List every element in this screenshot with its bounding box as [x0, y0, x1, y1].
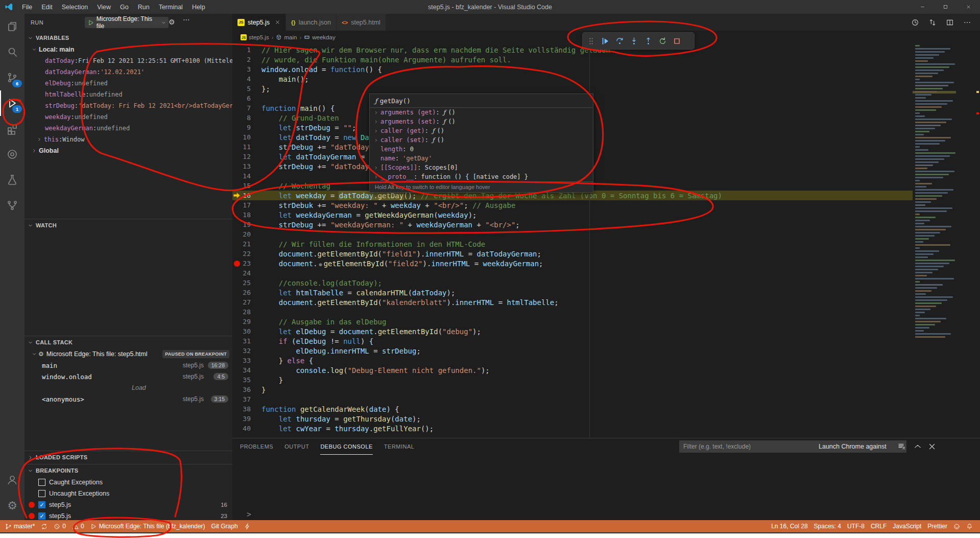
- launch-target-dropdown[interactable]: Launch Chrome against: [816, 440, 906, 453]
- gutter-glyph[interactable]: [232, 326, 242, 336]
- gutter-glyph[interactable]: [232, 404, 242, 414]
- hover-property-row[interactable]: caller (get): ƒ(): [370, 126, 593, 135]
- gutter-glyph[interactable]: [232, 113, 242, 123]
- gutter-glyph[interactable]: [232, 249, 242, 259]
- gutter-glyph[interactable]: [232, 123, 242, 132]
- hover-property-row[interactable]: arguments (set): ƒ(): [370, 117, 593, 126]
- loaded-scripts-header[interactable]: LOADED SCRIPTS: [25, 451, 232, 463]
- gutter-glyph[interactable]: [232, 132, 242, 142]
- start-debug-icon[interactable]: [88, 19, 94, 26]
- code-line[interactable]: 20: [232, 229, 913, 239]
- stack-frame-row[interactable]: <anonymous>step5.js3:15: [25, 393, 232, 405]
- menu-view[interactable]: View: [92, 0, 115, 14]
- gutter-glyph[interactable]: [232, 171, 242, 181]
- panel-tab-output[interactable]: OUTPUT: [284, 438, 309, 455]
- stack-frame-row[interactable]: window.onloadstep5.js4:5: [25, 371, 232, 382]
- panel-tab-problems[interactable]: PROBLEMS: [240, 438, 273, 455]
- step-out-button[interactable]: [641, 34, 655, 48]
- status-javascript[interactable]: JavaScript: [890, 520, 924, 532]
- close-tab-icon[interactable]: [275, 19, 280, 25]
- gutter-glyph[interactable]: [232, 346, 242, 356]
- gutter-glyph[interactable]: [232, 394, 242, 404]
- gutter-glyph[interactable]: [232, 239, 242, 249]
- code-line[interactable]: 3window.onload = function() {: [232, 64, 913, 74]
- variable-row[interactable]: strDebug: 'datToday: Fri Feb 12 2021<br/…: [25, 100, 232, 111]
- debug-settings-gear-icon[interactable]: ⚙: [169, 18, 175, 26]
- gutter-glyph[interactable]: [232, 288, 242, 297]
- gutter-glyph[interactable]: [232, 297, 242, 307]
- gutter-glyph[interactable]: [232, 200, 242, 210]
- gutter-glyph[interactable]: [232, 375, 242, 385]
- gutter-glyph[interactable]: [232, 55, 242, 64]
- code-line[interactable]: 35 }: [232, 375, 913, 385]
- gutter-glyph[interactable]: [232, 365, 242, 375]
- gutter-glyph[interactable]: [232, 84, 242, 93]
- status-crlf[interactable]: CRLF: [868, 520, 890, 532]
- code-line[interactable]: 37: [232, 394, 913, 404]
- call-stack-session[interactable]: ⚙Microsoft Edge: This file: step5.htmlPA…: [25, 348, 232, 360]
- debug-config-dropdown[interactable]: Microsoft Edge: This file: [85, 17, 169, 28]
- debug-console-filter-input[interactable]: [679, 440, 816, 453]
- gutter-glyph[interactable]: [232, 161, 242, 171]
- breakpoint-row[interactable]: Caught Exceptions: [25, 477, 232, 488]
- breakpoint-checkbox[interactable]: [38, 479, 45, 486]
- code-line[interactable]: 25 //console.log(datToday);: [232, 278, 913, 288]
- status-utf-8[interactable]: UTF-8: [844, 520, 868, 532]
- code-line[interactable]: 5};: [232, 84, 913, 93]
- status-spaces-4[interactable]: Spaces: 4: [811, 520, 844, 532]
- panel-tab-debug-console[interactable]: DEBUG CONSOLE: [320, 438, 372, 455]
- code-line[interactable]: 38function getCalendarWeek(date) {: [232, 404, 913, 414]
- code-line[interactable]: 19 strDebug += "weekdayGerman: " + weekd…: [232, 220, 913, 229]
- maximize-button[interactable]: [934, 0, 957, 14]
- hover-property-row[interactable]: length: 0: [370, 145, 593, 154]
- gutter-glyph[interactable]: [232, 220, 242, 229]
- panel-tab-terminal[interactable]: TERMINAL: [384, 438, 415, 455]
- menu-selection[interactable]: Selection: [57, 0, 92, 14]
- variable-row[interactable]: htmlTabelle: undefined: [25, 89, 232, 100]
- clear-console-icon[interactable]: [897, 442, 906, 451]
- breakpoint-checkbox[interactable]: ✓: [38, 501, 45, 508]
- code-line[interactable]: 24: [232, 268, 913, 278]
- activity-extensions[interactable]: [0, 116, 25, 142]
- breakpoint-row[interactable]: ✓step5.js23: [25, 510, 232, 520]
- code-line[interactable]: 18 let weekdayGerman = getWeekdayGerman(…: [232, 210, 913, 220]
- step-over-button[interactable]: [612, 34, 627, 48]
- gutter-glyph[interactable]: [232, 181, 242, 191]
- code-line[interactable]: 21 // Wir füllen die Informationen in de…: [232, 239, 913, 249]
- watch-header[interactable]: WATCH: [25, 219, 232, 231]
- gutter-glyph[interactable]: [232, 74, 242, 84]
- breakpoint-checkbox[interactable]: ✓: [38, 512, 45, 520]
- stop-button[interactable]: [670, 34, 684, 48]
- status-bell[interactable]: [963, 520, 976, 532]
- maximize-panel-icon[interactable]: [913, 442, 922, 451]
- gutter-glyph[interactable]: [232, 45, 242, 55]
- gutter-glyph[interactable]: [232, 356, 242, 365]
- breakpoint-checkbox[interactable]: [38, 490, 45, 497]
- breakpoint-row[interactable]: Uncaught Exceptions: [25, 488, 232, 499]
- status-git-graph[interactable]: Git Graph: [208, 520, 241, 532]
- gutter-glyph[interactable]: [232, 259, 242, 268]
- variable-row-this[interactable]: this: Window: [25, 134, 232, 145]
- close-panel-icon[interactable]: [927, 442, 937, 451]
- status-zap[interactable]: [241, 520, 254, 532]
- breakpoint-row[interactable]: ✓step5.js16: [25, 499, 232, 510]
- compare-icon[interactable]: [928, 18, 937, 27]
- hover-property-row[interactable]: arguments (get): ƒ(): [370, 108, 593, 117]
- activity-manage[interactable]: ⚙: [0, 493, 25, 518]
- code-line[interactable]: 22 document.getElementById("field1").inn…: [232, 249, 913, 259]
- code-line[interactable]: 30 let elDebug = document.getElementById…: [232, 326, 913, 336]
- gutter-glyph[interactable]: [232, 142, 242, 152]
- gutter-glyph[interactable]: [232, 336, 242, 346]
- close-button[interactable]: [957, 0, 980, 14]
- split-icon[interactable]: [946, 18, 954, 27]
- activity-testing[interactable]: [0, 167, 25, 193]
- gutter-glyph[interactable]: [232, 152, 242, 161]
- code-line[interactable]: 29 // Ausgabe in das elDebug: [232, 317, 913, 326]
- step-into-button[interactable]: [627, 34, 641, 48]
- code-line[interactable]: 33 } else {: [232, 356, 913, 365]
- activity-explorer[interactable]: [0, 14, 25, 39]
- restart-button[interactable]: [655, 34, 670, 48]
- gutter-glyph[interactable]: [232, 229, 242, 239]
- stack-frame-row[interactable]: Load: [25, 382, 232, 393]
- gutter-glyph[interactable]: [232, 424, 242, 433]
